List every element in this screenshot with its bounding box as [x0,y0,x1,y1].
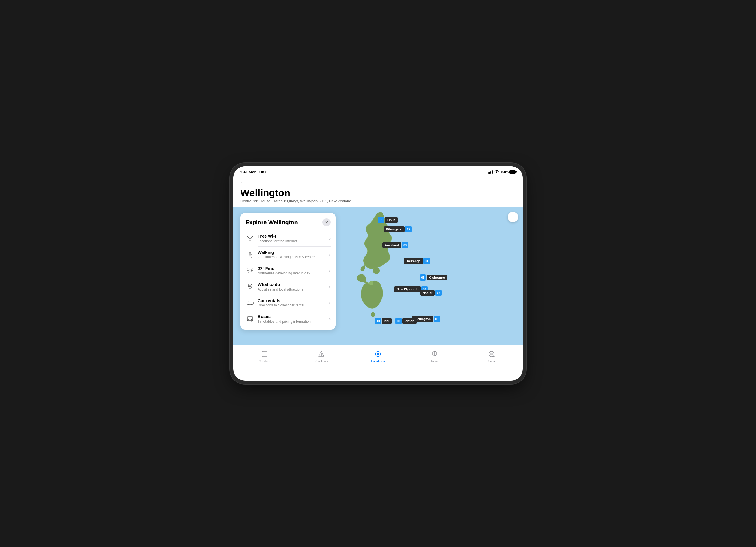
page-header: ← Wellington CentrePort House, Harbour Q… [233,177,523,207]
checklist-label: Checklist [259,360,271,363]
pin-label-whangarei: Whangārei [384,226,405,232]
wifi-icon [245,236,255,241]
tab-locations[interactable]: Locations [350,348,406,365]
svg-point-2 [249,269,252,272]
what-to-do-title: What to do [258,282,329,287]
car-icon [245,300,255,305]
map-pin-02[interactable]: Whangārei 02 [384,226,412,232]
weather-title: 27° Fine [258,266,329,271]
svg-point-1 [249,252,251,253]
menu-text-weather: 27° Fine Northerlies developing later in… [258,266,329,276]
pin-label-picton: Picton [402,318,417,324]
pin-number-07: 07 [435,290,442,296]
svg-point-13 [377,353,379,355]
walking-title: Walking [258,249,329,255]
news-icon [432,351,438,359]
bus-icon [245,316,255,322]
svg-point-11 [321,355,322,356]
pin-label-new-plymouth: New Plymouth [394,286,421,292]
what-to-do-subtitle: Activities and local attractions [258,287,329,292]
menu-item-what-to-do[interactable]: What to do Activities and local attracti… [240,279,336,295]
menu-item-wifi[interactable]: Free Wi-Fi Locations for free internet › [240,230,336,246]
risk-items-label: Risk Items [315,360,328,363]
car-rentals-chevron: › [329,300,331,305]
buses-title: Buses [258,314,329,320]
menu-text-wifi: Free Wi-Fi Locations for free internet [258,233,329,243]
wifi-title: Free Wi-Fi [258,233,329,239]
pin-label-tauranga: Tauranga [404,258,423,264]
status-icons: 100% [488,170,516,174]
map-pin-05[interactable]: 05 Gisbourne [420,274,447,281]
explore-header: Explore Wellington ✕ [240,218,336,230]
status-bar: 9:41 Mon Jun 6 100% [233,166,523,177]
buses-chevron: › [329,316,331,322]
walking-subtitle: 20 minutes to Wellington's city centre [258,255,329,260]
weather-subtitle: Northerlies developing later in day [258,271,329,276]
what-to-do-chevron: › [329,284,331,289]
svg-point-8 [248,319,249,320]
svg-point-3 [249,285,251,286]
tab-checklist[interactable]: Checklist [236,348,293,365]
wifi-subtitle: Locations for free internet [258,239,329,244]
menu-item-weather[interactable]: 27° Fine Northerlies developing later in… [240,263,336,279]
buses-subtitle: Timetables and pricing information [258,320,329,324]
menu-text-walking: Walking 20 minutes to Wellington's city … [258,249,329,260]
locations-label: Locations [371,360,385,363]
car-rentals-title: Car rentals [258,298,329,304]
menu-item-buses[interactable]: Buses Timetables and pricing information… [240,311,336,327]
menu-text-what-to-do: What to do Activities and local attracti… [258,282,329,292]
wifi-status-icon [494,170,499,174]
car-rentals-subtitle: Directions to closest car rental [258,303,329,308]
svg-point-6 [251,304,252,305]
contact-icon [488,351,495,359]
contact-label: Contact [487,360,496,363]
pin-number-02: 02 [405,226,412,232]
explore-title: Explore Wellington [245,219,298,226]
tab-risk-items[interactable]: Risk Items [293,348,350,365]
menu-item-walking[interactable]: Walking 20 minutes to Wellington's city … [240,247,336,263]
close-button[interactable]: ✕ [322,218,331,226]
menu-item-car-rentals[interactable]: Car rentals Directions to closest car re… [240,295,336,311]
back-arrow-icon: ← [240,179,246,186]
svg-point-14 [490,353,491,354]
status-time: 9:41 Mon Jun 6 [240,170,267,174]
page-subtitle: CentrePort House, Harbour Quays, Welling… [240,199,516,203]
explore-panel: Explore Wellington ✕ Free Wi-Fi [240,213,336,330]
map-pin-03[interactable]: Auckland 03 [382,242,408,248]
map-pin-07[interactable]: Napier 07 [420,290,442,296]
menu-text-car-rentals: Car rentals Directions to closest car re… [258,298,329,308]
svg-rect-4 [247,302,253,304]
menu-text-buses: Buses Timetables and pricing information [258,314,329,324]
map-pin-10[interactable]: 10 Nel [375,318,392,324]
pin-number-03: 03 [402,242,408,248]
pin-number-05: 05 [420,274,426,281]
risk-items-icon [318,351,324,359]
pin-number-10: 10 [375,318,381,324]
svg-point-16 [492,353,493,354]
svg-point-15 [491,353,492,354]
pin-number-01: 01 [378,217,384,223]
pin-label-gisbourne: Gisbourne [427,275,447,280]
map-pin-04[interactable]: Tauranga 04 [404,258,430,264]
pin-number-08: 08 [434,316,440,322]
tab-contact[interactable]: Contact [463,348,520,365]
pin-label-napier: Napier [420,290,435,296]
walking-chevron: › [329,252,331,257]
locations-icon [375,351,381,359]
back-button[interactable]: ← [240,179,516,186]
svg-point-5 [248,304,249,305]
walking-icon [245,252,255,258]
map-pin-09[interactable]: 09 Picton [395,318,417,324]
tab-bar: Checklist Risk Items Locat [233,345,523,368]
svg-point-9 [251,319,252,320]
map-pin-01[interactable]: 01 Opua [378,217,398,223]
pin-label-nelson: Nel [382,318,392,324]
ipad-device: 9:41 Mon Jun 6 100% [233,166,523,381]
map-container[interactable]: 01 Opua Whangārei 02 Auckland 03 Taurang… [233,207,523,345]
wifi-chevron: › [329,236,331,241]
pin-number-04: 04 [423,258,430,264]
location-pin-icon [245,284,255,290]
weather-chevron: › [329,268,331,273]
tab-news[interactable]: News [406,348,463,365]
page-title: Wellington [240,188,516,198]
